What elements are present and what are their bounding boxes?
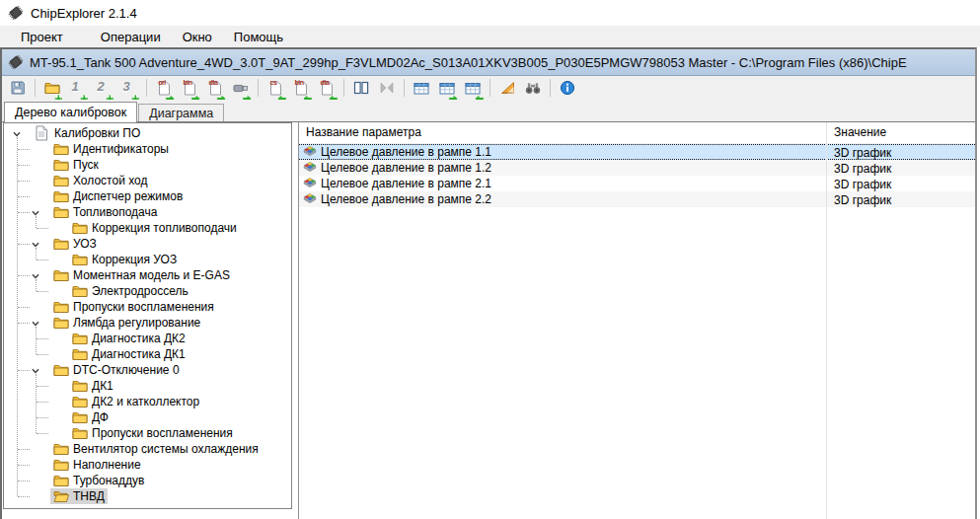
tree-item[interactable]: ДФ (4, 409, 291, 425)
chevron-down-icon[interactable] (31, 270, 40, 280)
tree-item[interactable]: Коррекция УОЗ (4, 252, 291, 267)
table-button[interactable] (410, 76, 433, 100)
tree-node[interactable]: Калибровки ПО (32, 125, 143, 141)
tree-item[interactable]: Пропуски воспламенения (4, 299, 291, 315)
folder-icon (53, 236, 69, 252)
tree-node-selected[interactable]: ТНВД (50, 488, 108, 504)
tabstrip: Дерево калибровокДиаграмма (2, 100, 975, 121)
tree-guide-stub (18, 165, 30, 166)
tree-node[interactable]: DTC-Отключение 0 (50, 362, 183, 378)
tree-node[interactable]: Пуск (50, 157, 102, 173)
parameter-row[interactable]: Целевое давление в рампе 2.23D график (299, 191, 975, 207)
menu-item[interactable]: Помощь (223, 28, 294, 46)
add-slot-2-button[interactable]: 2 (92, 76, 115, 100)
tree-item[interactable]: Пуск (4, 157, 291, 173)
info-button[interactable] (556, 76, 579, 100)
tab-calibration-tree[interactable]: Дерево калибровок (4, 102, 137, 122)
tree-item[interactable]: Идентификаторы (4, 141, 291, 157)
column-header-parameter-name[interactable]: Название параметра (299, 122, 826, 143)
menu-item[interactable]: Окно (172, 28, 223, 46)
tree-node[interactable]: Моментная модель и E-GAS (50, 267, 233, 283)
add-project-folder-button[interactable] (40, 76, 64, 100)
tree-node[interactable]: Наполнение (50, 457, 144, 473)
tree-node[interactable]: Идентификаторы (50, 141, 172, 157)
tree-node[interactable]: Диспетчер режимов (50, 188, 186, 204)
tree-item[interactable]: Вентилятор системы охлаждения (4, 441, 291, 457)
chevron-down-icon[interactable] (12, 128, 22, 138)
tree-node[interactable]: Турбонаддув (50, 473, 147, 488)
tree-item[interactable]: Наполнение (4, 457, 291, 473)
tree-guide-stub (37, 228, 48, 229)
document-titlebar[interactable]: MT-95.1_Tank 500 Adventure_4WD_3.0T_9AT_… (2, 49, 975, 76)
search-button[interactable] (521, 76, 545, 100)
column-header-value[interactable]: Значение (826, 122, 975, 143)
tree-item-label: Диспетчер режимов (73, 189, 183, 204)
chevron-down-icon[interactable] (31, 239, 40, 249)
tree-item[interactable]: Моментная модель и E-GAS (4, 267, 291, 283)
tree-item[interactable]: Калибровки ПО (4, 125, 291, 141)
toolbar-separator (550, 79, 551, 97)
menu-item[interactable]: Операции (90, 28, 172, 46)
table-export-button[interactable] (435, 76, 459, 100)
tree-node[interactable]: Топливоподача (50, 204, 160, 220)
tree-node[interactable]: Лямбда регулирование (50, 315, 203, 331)
tree-item[interactable]: ДК2 и катколлектор (4, 394, 291, 409)
tree-item[interactable]: Холостой ход (4, 173, 291, 188)
tree-node[interactable]: Коррекция УОЗ (69, 252, 180, 267)
tree-item[interactable]: УОЗ (4, 236, 291, 252)
compare-windows-button[interactable] (349, 76, 373, 100)
tree-item[interactable]: Коррекция топливоподачи (4, 220, 291, 236)
tree-node[interactable]: Холостой ход (50, 173, 150, 188)
toolbar: 123oribindtacsbindta (2, 76, 975, 100)
tree-item-label: ДФ (92, 410, 109, 425)
measure-button[interactable] (495, 76, 519, 100)
add-slot-1-button[interactable]: 1 (66, 76, 90, 100)
tree-node[interactable]: Электродроссель (69, 283, 191, 299)
tree-item[interactable]: Турбонаддув (4, 473, 291, 488)
tree-node[interactable]: ДК1 (69, 378, 116, 394)
chevron-down-icon[interactable] (31, 365, 40, 375)
import-bin-button[interactable]: bin (289, 76, 313, 100)
tree-item[interactable]: Диагностика ДК2 (4, 331, 291, 346)
tree-item[interactable]: ТНВД (4, 488, 291, 504)
export-bin-button[interactable]: bin (178, 76, 201, 100)
tree-item[interactable]: Диагностика ДК1 (4, 346, 291, 362)
tree-node[interactable]: Пропуски воспламенения (69, 425, 236, 441)
tab-diagram[interactable]: Диаграмма (138, 104, 224, 121)
table-import-button[interactable] (461, 76, 485, 100)
menu-item[interactable]: Проект (10, 28, 74, 46)
column-divider[interactable] (826, 122, 827, 519)
tree-node[interactable]: Коррекция топливоподачи (69, 220, 240, 236)
tree-node[interactable]: ДФ (69, 409, 112, 425)
save-button[interactable] (6, 76, 30, 100)
import-cs-button[interactable]: cs (264, 76, 287, 100)
parameter-row[interactable]: Целевое давление в рампе 1.23D график (299, 160, 975, 176)
parameter-row[interactable]: Целевое давление в рампе 2.13D график (299, 176, 975, 191)
tree-item-label: Холостой ход (73, 174, 147, 188)
export-dta-button[interactable]: dta (203, 76, 227, 100)
import-dta-button[interactable]: dta (315, 76, 339, 100)
export-flash-button[interactable] (229, 76, 253, 100)
tree-node[interactable]: УОЗ (50, 236, 100, 252)
tree-node[interactable]: Диагностика ДК1 (69, 346, 188, 362)
parameter-row-selected[interactable]: Целевое давление в рампе 1.13D график (299, 144, 975, 160)
add-slot-3-button[interactable]: 3 (117, 76, 141, 100)
tree-node[interactable]: Диагностика ДК2 (69, 331, 188, 346)
chevron-down-icon[interactable] (31, 207, 40, 217)
tree-item[interactable]: Лямбда регулирование (4, 315, 291, 331)
tree-item[interactable]: ДК1 (4, 378, 291, 394)
tree-node[interactable]: Вентилятор системы охлаждения (50, 441, 262, 457)
chevron-down-icon[interactable] (31, 318, 40, 328)
folder-icon (53, 457, 69, 473)
tree-node[interactable]: Пропуски воспламенения (50, 299, 217, 315)
tree-node[interactable]: ДК2 и катколлектор (69, 394, 202, 409)
folder-icon (72, 252, 88, 267)
tree-item-label: ДК2 и катколлектор (92, 395, 199, 409)
tree-item[interactable]: DTC-Отключение 0 (4, 362, 291, 378)
folder-icon (72, 394, 88, 409)
tree-item[interactable]: Электродроссель (4, 283, 291, 299)
tree-item[interactable]: Топливоподача (4, 204, 291, 220)
tree-item[interactable]: Диспетчер режимов (4, 188, 291, 204)
export-ori-button[interactable]: ori (152, 76, 176, 100)
tree-item[interactable]: Пропуски воспламенения (4, 425, 291, 441)
